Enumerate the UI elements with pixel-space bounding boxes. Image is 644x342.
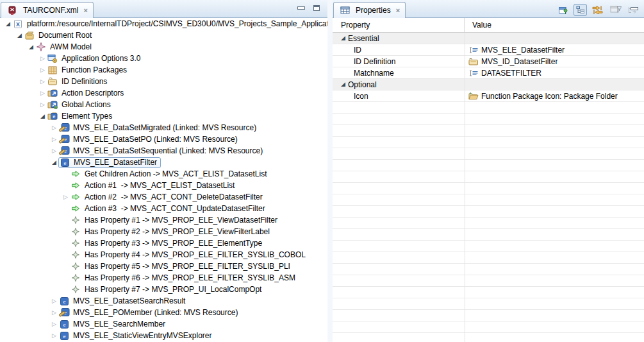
property-row[interactable]: IconFunction Package Icon: Package Folde… (333, 90, 644, 102)
tree-item[interactable]: ◢AWM Model (0, 41, 327, 53)
tree-item[interactable]: Has Property #1 -> MVS_PROP_ELE_ViewData… (0, 214, 327, 226)
expand-arrow-icon[interactable]: ▷ (50, 148, 58, 154)
value-column-header[interactable]: Value (465, 18, 491, 32)
tree-item[interactable]: Action #1 -> MVS_ACT_ELIST_DatasetList (0, 180, 327, 191)
tree-item[interactable]: ▷Action Descriptors (0, 87, 327, 99)
tree-item[interactable]: ▷eMVS_ELE_StaticViewEntryMVSExplorer (0, 330, 327, 341)
tree-item[interactable]: Has Property #7 -> MVS_PROP_UI_LocalComp… (0, 284, 327, 295)
property-name-cell[interactable]: ID Definition (333, 57, 465, 66)
collapse-arrow-icon[interactable]: ◢ (4, 21, 12, 27)
tab-taurconf-xml[interactable]: TAURCONF.xml × (1, 2, 94, 18)
collapse-arrow-icon[interactable]: ◢ (38, 114, 47, 119)
property-value-cell[interactable]: Function Package Icon: Package Folder (465, 91, 618, 101)
pane-sash[interactable] (327, 0, 333, 342)
property-row[interactable]: ID DefinitionMVS_ID_DatasetFilter (333, 56, 644, 67)
minimize-icon[interactable] (631, 7, 638, 10)
minimize-icon[interactable] (297, 6, 305, 10)
tree-item[interactable]: ▷eMVS_ELE_DataSetMigrated (Linked: MVS R… (0, 122, 327, 133)
tree-item-label: MVS_ELE_DatasetSearchResult (72, 296, 186, 305)
expand-arrow-icon[interactable]: ▷ (38, 102, 47, 108)
expand-arrow-icon[interactable]: ▷ (62, 194, 70, 200)
property-value-cell[interactable]: MVS_ELE_DatasetFilter (465, 45, 565, 55)
show-advanced-properties-button[interactable] (591, 4, 604, 16)
show-categories-button[interactable] (574, 4, 587, 16)
tree-item[interactable]: ▷eMVS_ELE_DataSetSequential (Linked: MVS… (0, 145, 327, 157)
properties-tab-label: Properties (356, 6, 391, 15)
tree-item[interactable]: ▷Function Packages (0, 64, 327, 76)
tree-item[interactable]: ◢Document Root (0, 30, 327, 41)
property-name-cell[interactable]: ID (333, 46, 465, 55)
tab-properties[interactable]: Properties × (333, 2, 406, 18)
expand-arrow-icon[interactable]: ▷ (38, 67, 47, 73)
selected-tree-item[interactable]: eMVS_ELE_DatasetFilter (58, 157, 161, 168)
has-property-icon (70, 284, 81, 295)
property-value-cell[interactable]: MVS_ID_DatasetFilter (465, 56, 557, 67)
tree-item[interactable]: ▷eMVS_ELE_POMember (Linked: MVS Resource… (0, 307, 327, 318)
tree-item[interactable]: ▷eMVS_ELE_SearchMember (0, 318, 327, 330)
editor-pane-buttons (297, 5, 320, 11)
tree-item[interactable]: ▷Global Actions (0, 99, 327, 110)
pin-view-button[interactable] (556, 4, 570, 16)
property-value-label: MVS_ID_DatasetFilter (481, 57, 557, 66)
expand-arrow-icon[interactable]: ▷ (50, 137, 58, 142)
column-divider[interactable] (465, 33, 465, 342)
tree-item[interactable]: ◢Xplatform:/resource/InternalTDProject/C… (0, 18, 327, 30)
close-icon[interactable]: × (83, 7, 87, 14)
tree-item-label: MVS_ELE_DataSetPO (Linked: MVS Resource) (72, 135, 239, 144)
action-descriptors-icon (47, 88, 58, 98)
svg-text:e: e (63, 333, 65, 339)
tree-item[interactable]: ◢eMVS_ELE_DatasetFilter (0, 157, 327, 168)
has-property-icon (70, 227, 81, 237)
expand-arrow-icon[interactable]: ▷ (50, 321, 58, 327)
tree-item[interactable]: Has Property #4 -> MVS_PROP_ELE_FILTER_S… (0, 249, 327, 261)
has-property-icon (70, 238, 81, 248)
collapse-arrow-icon[interactable]: ◢ (341, 81, 348, 87)
collapse-arrow-icon[interactable]: ◢ (50, 160, 58, 166)
property-row[interactable]: IDMVS_ELE_DatasetFilter (333, 44, 644, 56)
category-label: Essential (348, 34, 379, 43)
tree-item[interactable]: ▷ID Definitions (0, 76, 327, 87)
property-category-row[interactable]: ◢Optional (333, 79, 644, 90)
tree-item-label: Application Options 3.0 (60, 54, 142, 63)
tree-item[interactable]: ▷eMVS_ELE_DataSetPO (Linked: MVS Resourc… (0, 133, 327, 145)
expand-arrow-icon[interactable]: ▷ (38, 79, 47, 85)
view-menu-icon[interactable]: ▽ (617, 5, 622, 12)
tree-item[interactable]: Has Property #2 -> MVS_PROP_ELE_ViewFilt… (0, 226, 327, 237)
property-category-row[interactable]: ◢Essential (333, 33, 644, 44)
tree-item-label: Function Packages (60, 65, 128, 74)
function-packages-icon (47, 65, 58, 75)
element-icon: e (58, 330, 70, 341)
element-types-icon: e (47, 111, 58, 121)
tree-item-label: Has Property #6 -> MVS_PROP_ELE_FILTER_S… (83, 273, 297, 282)
svg-text:e: e (63, 321, 65, 328)
tree-item[interactable]: Has Property #6 -> MVS_PROP_ELE_FILTER_S… (0, 272, 327, 284)
expand-arrow-icon[interactable]: ▷ (38, 90, 47, 96)
tree-item[interactable]: ▷Action #2 -> MVS_ACT_CONT_DeleteDataset… (0, 191, 327, 203)
expand-arrow-icon[interactable]: ▷ (50, 298, 58, 304)
property-column-header[interactable]: Property (333, 18, 465, 32)
collapse-arrow-icon[interactable]: ◢ (27, 44, 35, 50)
tree-item[interactable]: ◢eElement Types (0, 110, 327, 122)
tree-item-label: Action #1 -> MVS_ACT_ELIST_DatasetList (83, 181, 236, 190)
expand-arrow-icon[interactable]: ▷ (50, 310, 58, 316)
tree-item[interactable]: Has Property #5 -> MVS_PROP_ELE_FILTER_S… (0, 261, 327, 272)
property-name-cell[interactable]: Icon (333, 92, 465, 101)
expand-arrow-icon[interactable]: ▷ (38, 56, 47, 62)
expand-arrow-icon[interactable]: ▷ (50, 333, 58, 339)
expand-arrow-icon[interactable]: ▷ (50, 125, 58, 131)
collapse-arrow-icon[interactable]: ◢ (341, 35, 348, 41)
tree-item[interactable]: Action #3 -> MVS_ACT_CONT_UpdateDatasetF… (0, 203, 327, 214)
has-property-icon (70, 261, 81, 271)
maximize-icon[interactable] (313, 5, 320, 11)
tree-item[interactable]: Has Property #3 -> MVS_PROP_ELE_ElementT… (0, 237, 327, 249)
property-value-label: DATASETFILTER (481, 69, 541, 78)
element-linked-icon: e (58, 134, 70, 144)
tree-item[interactable]: Get Children Action -> MVS_ACT_ELIST_Dat… (0, 168, 327, 180)
property-row[interactable]: MatchnameDATASETFILTER (333, 67, 644, 79)
close-icon[interactable]: × (396, 7, 400, 14)
tree-item[interactable]: ▷eMVS_ELE_DatasetSearchResult (0, 295, 327, 307)
tree-item[interactable]: ▷Application Options 3.0 (0, 53, 327, 64)
property-value-cell[interactable]: DATASETFILTER (465, 68, 541, 78)
property-name-cell[interactable]: Matchname (333, 69, 465, 78)
collapse-arrow-icon[interactable]: ◢ (15, 33, 24, 38)
